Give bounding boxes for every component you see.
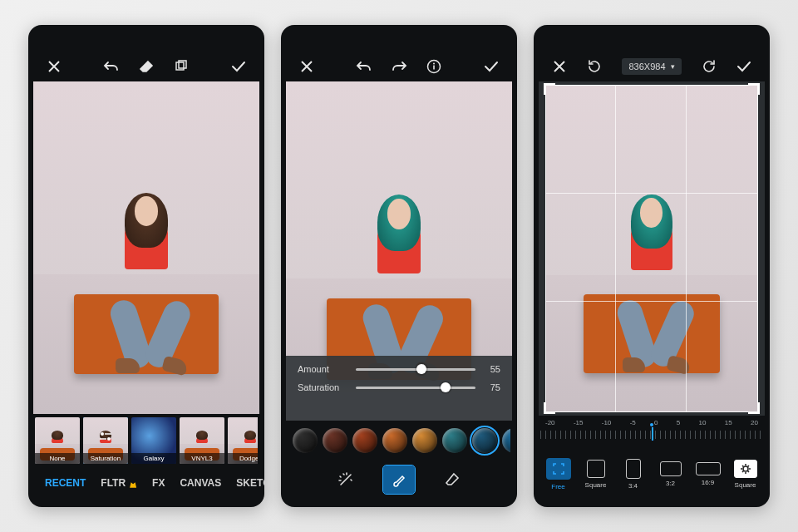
color-swatch[interactable] — [442, 428, 467, 453]
tab-recent[interactable]: RECENT — [38, 472, 92, 494]
filter-label: VNYL3 — [180, 453, 224, 464]
filter-galaxy[interactable]: Galaxy — [131, 417, 176, 464]
color-swatch[interactable] — [323, 428, 347, 453]
slider-knob[interactable] — [441, 382, 451, 392]
aspect-label: 16:9 — [702, 479, 715, 486]
aspect-3-2[interactable]: 3:2 — [656, 461, 685, 487]
adjust-icon — [99, 431, 112, 441]
status-bar — [288, 30, 510, 52]
eraser-tool[interactable] — [436, 466, 468, 494]
filter-label: Saturation — [83, 453, 128, 464]
tab-fltr[interactable]: FLTR — [94, 472, 144, 494]
color-swatches[interactable] — [288, 421, 510, 461]
eraser-icon[interactable] — [132, 52, 160, 81]
aspect-label: Free — [551, 483, 564, 490]
filter-thumbnails[interactable]: NoneSaturationGalaxyVNYL3Dodger — [35, 414, 258, 467]
top-toolbar: 836X984 ▾ — [540, 52, 763, 81]
crop-handle-br[interactable] — [748, 402, 760, 414]
status-bar — [35, 30, 258, 52]
screen-crop: 836X984 ▾ -20-15- — [534, 25, 770, 507]
category-tabs[interactable]: RECENTFLTRFXCANVASSKETCH — [35, 467, 258, 499]
photo-canvas[interactable]: Amount 55Saturation 75 — [286, 81, 512, 421]
color-swatch[interactable] — [293, 428, 318, 453]
slider-knob[interactable] — [416, 364, 426, 374]
info-icon[interactable] — [420, 52, 448, 81]
close-icon[interactable] — [40, 52, 68, 81]
slider-saturation[interactable]: Saturation 75 — [298, 382, 500, 392]
filter-label: Dodger — [228, 453, 258, 464]
undo-icon[interactable] — [97, 52, 126, 81]
filter-none[interactable]: None — [35, 417, 80, 464]
screen-hair-color: Amount 55Saturation 75 — [281, 25, 517, 507]
aspect-label: Square — [735, 481, 756, 489]
tab-sketch[interactable]: SKETCH — [229, 472, 264, 494]
close-icon[interactable] — [293, 52, 321, 81]
crop-handle-tr[interactable] — [748, 83, 760, 95]
aspect-16-9[interactable]: 16:9 — [693, 462, 722, 486]
svg-point-2 — [101, 432, 104, 436]
filter-vnyl3[interactable]: VNYL3 — [180, 417, 224, 464]
angle-tick-label: -20 — [545, 419, 555, 426]
color-swatch[interactable] — [382, 428, 407, 453]
crop-handle-bl[interactable] — [544, 402, 555, 414]
slider-label: Saturation — [298, 382, 347, 392]
slider-label: Amount — [298, 364, 347, 374]
svg-point-4 — [107, 437, 111, 441]
close-icon[interactable] — [545, 52, 574, 81]
aspect-label: 3:4 — [628, 482, 638, 490]
reset-icon[interactable] — [580, 52, 608, 81]
aspect-square[interactable]: Square — [581, 460, 610, 489]
slider-value: 75 — [484, 382, 500, 392]
angle-tick-label: 10 — [699, 419, 707, 426]
dimensions-dropdown[interactable]: 836X984 ▾ — [622, 58, 681, 75]
tab-canvas[interactable]: CANVAS — [173, 472, 228, 494]
color-swatch[interactable] — [502, 428, 510, 453]
angle-tick-label: 0 — [654, 419, 658, 426]
paint-tools — [288, 461, 510, 499]
tab-fx[interactable]: FX — [145, 472, 171, 494]
angle-tick-label: 15 — [725, 419, 732, 426]
filter-label: None — [35, 453, 80, 464]
crop-handle-tl[interactable] — [544, 83, 555, 95]
filter-dodger[interactable]: Dodger — [228, 417, 258, 464]
slider-amount[interactable]: Amount 55 — [298, 364, 500, 374]
svg-point-9 — [743, 466, 748, 471]
slider-track[interactable] — [356, 387, 475, 389]
status-bar — [540, 30, 763, 52]
color-swatch[interactable] — [472, 428, 497, 453]
color-swatch[interactable] — [412, 428, 437, 453]
photo-canvas[interactable] — [33, 81, 259, 414]
angle-tick-label: -5 — [630, 419, 636, 426]
chevron-down-icon: ▾ — [671, 62, 675, 71]
slider-track[interactable] — [356, 368, 475, 371]
confirm-icon[interactable] — [224, 52, 253, 81]
color-swatch[interactable] — [352, 428, 377, 453]
top-toolbar — [35, 52, 258, 81]
angle-tick-label: 20 — [751, 419, 758, 426]
confirm-icon[interactable] — [477, 52, 505, 81]
dimensions-value: 836X984 — [628, 62, 665, 71]
screen-filters: NoneSaturationGalaxyVNYL3Dodger RECENTFL… — [28, 25, 264, 507]
aspect-3-4[interactable]: 3:4 — [618, 459, 648, 490]
brush-tool[interactable] — [383, 466, 415, 494]
angle-tick-label: -15 — [574, 419, 584, 426]
aspect-free[interactable]: Free — [544, 458, 573, 490]
slider-value: 55 — [484, 364, 500, 374]
layers-icon[interactable] — [167, 52, 195, 81]
top-toolbar — [288, 52, 510, 81]
aspect-square[interactable]: Square — [731, 460, 760, 489]
rotation-scale[interactable]: -20-15-10-505101520 — [540, 416, 763, 449]
svg-point-7 — [433, 63, 435, 65]
filter-saturation[interactable]: Saturation — [83, 417, 128, 464]
confirm-icon[interactable] — [730, 52, 758, 81]
aspect-label: 3:2 — [666, 480, 675, 487]
crop-frame[interactable] — [545, 85, 758, 412]
angle-tick-label: 5 — [677, 419, 680, 426]
filter-label: Galaxy — [131, 453, 176, 464]
redo-icon[interactable] — [385, 52, 413, 81]
undo-icon[interactable] — [350, 52, 378, 81]
wand-tool[interactable] — [330, 466, 362, 494]
crop-canvas[interactable] — [539, 81, 765, 416]
rotate-icon[interactable] — [695, 52, 723, 81]
aspect-ratio-options[interactable]: FreeSquare3:43:216:9Square — [540, 449, 763, 499]
